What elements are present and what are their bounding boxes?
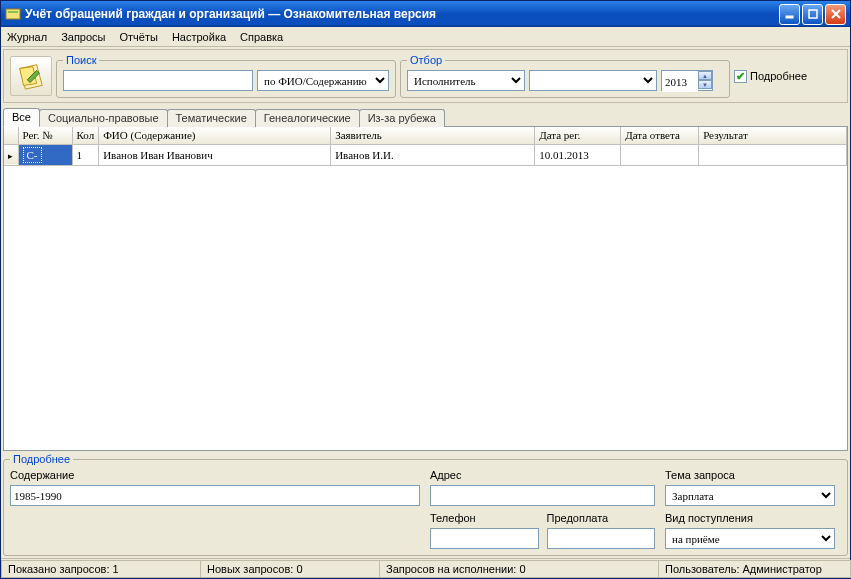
col-applicant[interactable]: Заявитель: [331, 127, 535, 144]
phone-input[interactable]: [430, 528, 539, 549]
menu-bar: Журнал Запросы Отчёты Настройка Справка: [1, 27, 850, 47]
col-date-reg[interactable]: Дата рег.: [535, 127, 621, 144]
filter-field-combo[interactable]: Исполнитель: [407, 70, 525, 91]
main-window: Учёт обращений граждан и организаций — О…: [0, 0, 851, 579]
table-row[interactable]: С- 1 Иванов Иван Иванович Иванов И.И. 10…: [4, 144, 847, 165]
tabs: Все Социально-правовые Тематические Гене…: [1, 107, 850, 126]
cell-date-reg[interactable]: 10.01.2013: [535, 144, 621, 165]
details-col-content: Содержание: [10, 469, 420, 506]
title-bar: Учёт обращений граждан и организаций — О…: [1, 1, 850, 27]
year-input[interactable]: [662, 71, 698, 92]
filter-legend: Отбор: [407, 54, 445, 66]
col-reg[interactable]: Рег. №: [18, 127, 72, 144]
toolbar: Поиск по ФИО/Содержанию Отбор Исполнител…: [3, 49, 848, 103]
topic-combo[interactable]: Зарплата: [665, 485, 835, 506]
tab-all[interactable]: Все: [3, 108, 40, 127]
arrival-combo[interactable]: на приёме: [665, 528, 835, 549]
search-legend: Поиск: [63, 54, 99, 66]
tab-genealogical[interactable]: Генеалогические: [255, 109, 360, 127]
phone-label: Телефон: [430, 512, 539, 524]
row-indicator-icon: [4, 144, 18, 165]
col-fio[interactable]: ФИО (Содержание): [99, 127, 331, 144]
menu-queries[interactable]: Запросы: [61, 31, 105, 43]
new-record-button[interactable]: [10, 56, 52, 96]
cell-date-ans[interactable]: [621, 144, 699, 165]
arrival-label: Вид поступления: [665, 512, 835, 524]
status-user: Пользователь: Администратор: [658, 560, 851, 578]
data-grid[interactable]: Рег. № Кол ФИО (Содержание) Заявитель Да…: [3, 126, 848, 451]
address-label: Адрес: [430, 469, 655, 481]
details-col-meta: Тема запроса Зарплата Вид поступления на…: [665, 469, 835, 549]
status-bar: Показано запросов: 1 Новых запросов: 0 З…: [1, 558, 850, 578]
app-icon: [5, 6, 21, 22]
col-indicator[interactable]: [4, 127, 18, 144]
svg-rect-3: [809, 10, 817, 18]
tab-thematic[interactable]: Тематические: [167, 109, 256, 127]
details-checkbox-label: Подробнее: [750, 70, 807, 82]
search-mode-combo[interactable]: по ФИО/Содержанию: [257, 70, 389, 91]
prepay-label: Предоплата: [547, 512, 656, 524]
status-new: Новых запросов: 0: [200, 560, 380, 578]
details-col-contact: Адрес Телефон Предоплата: [430, 469, 655, 549]
prepay-input[interactable]: [547, 528, 656, 549]
menu-reports[interactable]: Отчёты: [120, 31, 158, 43]
col-count[interactable]: Кол: [72, 127, 99, 144]
details-checkbox[interactable]: ✔ Подробнее: [734, 70, 807, 83]
details-legend: Подробнее: [10, 453, 73, 465]
content-input[interactable]: [10, 485, 420, 506]
cell-reg[interactable]: С-: [18, 144, 72, 165]
svg-rect-0: [6, 9, 20, 19]
window-controls: [779, 4, 846, 25]
content-label: Содержание: [10, 469, 420, 481]
svg-rect-1: [8, 11, 18, 13]
tab-social[interactable]: Социально-правовые: [39, 109, 168, 127]
grid-table: Рег. № Кол ФИО (Содержание) Заявитель Да…: [4, 127, 847, 166]
maximize-button[interactable]: [802, 4, 823, 25]
filter-group: Отбор Исполнитель ▲ ▼: [400, 54, 730, 98]
menu-settings[interactable]: Настройка: [172, 31, 226, 43]
cell-fio[interactable]: Иванов Иван Иванович: [99, 144, 331, 165]
menu-help[interactable]: Справка: [240, 31, 283, 43]
status-pending: Запросов на исполнении: 0: [379, 560, 659, 578]
address-input[interactable]: [430, 485, 655, 506]
cell-result[interactable]: [699, 144, 847, 165]
check-icon: ✔: [734, 70, 747, 83]
svg-rect-2: [786, 16, 793, 18]
window-title: Учёт обращений граждан и организаций — О…: [25, 7, 779, 21]
filter-value-combo[interactable]: [529, 70, 657, 91]
year-down-button[interactable]: ▼: [698, 80, 712, 89]
topic-label: Тема запроса: [665, 469, 835, 481]
menu-journal[interactable]: Журнал: [7, 31, 47, 43]
cell-count[interactable]: 1: [72, 144, 99, 165]
year-spinner[interactable]: ▲ ▼: [661, 70, 713, 91]
tab-foreign[interactable]: Из-за рубежа: [359, 109, 445, 127]
status-shown: Показано запросов: 1: [1, 560, 201, 578]
details-panel: Подробнее Содержание Адрес Телефон Предо…: [3, 453, 848, 556]
close-button[interactable]: [825, 4, 846, 25]
grid-header-row: Рег. № Кол ФИО (Содержание) Заявитель Да…: [4, 127, 847, 144]
col-result[interactable]: Результат: [699, 127, 847, 144]
cell-applicant[interactable]: Иванов И.И.: [331, 144, 535, 165]
col-date-ans[interactable]: Дата ответа: [621, 127, 699, 144]
search-input[interactable]: [63, 70, 253, 91]
minimize-button[interactable]: [779, 4, 800, 25]
search-group: Поиск по ФИО/Содержанию: [56, 54, 396, 98]
year-up-button[interactable]: ▲: [698, 71, 712, 80]
